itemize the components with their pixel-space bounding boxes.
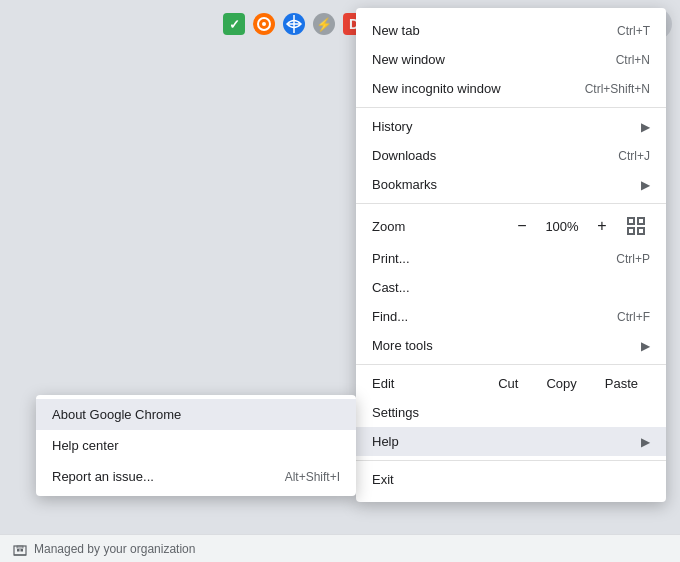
menu-section-new: New tab Ctrl+T New window Ctrl+N New inc… xyxy=(356,12,666,108)
zoom-percent-display: 100% xyxy=(542,219,582,234)
menu-section-history: History ▶ Downloads Ctrl+J Bookmarks ▶ xyxy=(356,108,666,204)
submenu-item-report-issue[interactable]: Report an issue... Alt+Shift+I xyxy=(36,461,356,492)
svg-text:⚡: ⚡ xyxy=(316,16,333,33)
menu-item-history[interactable]: History ▶ xyxy=(356,112,666,141)
menu-item-downloads[interactable]: Downloads Ctrl+J xyxy=(356,141,666,170)
menu-section-zoom: Zoom − 100% + Print... Ctrl+P Ca xyxy=(356,204,666,365)
menu-item-more-tools[interactable]: More tools ▶ xyxy=(356,331,666,360)
menu-section-edit: Edit Cut Copy Paste Settings Help ▶ xyxy=(356,365,666,461)
menu-item-new-window[interactable]: New window Ctrl+N xyxy=(356,45,666,74)
edit-buttons: Cut Copy Paste xyxy=(486,371,650,396)
svg-rect-35 xyxy=(17,549,20,552)
gray-circle-icon[interactable]: ⚡ xyxy=(310,10,338,38)
svg-rect-37 xyxy=(17,546,23,548)
menu-item-print[interactable]: Print... Ctrl+P xyxy=(356,244,666,273)
menu-item-cast[interactable]: Cast... xyxy=(356,273,666,302)
building-icon xyxy=(12,541,28,557)
menu-item-find[interactable]: Find... Ctrl+F xyxy=(356,302,666,331)
copy-button[interactable]: Copy xyxy=(534,371,588,396)
svg-rect-31 xyxy=(638,218,644,224)
menu-item-settings[interactable]: Settings xyxy=(356,398,666,427)
svg-rect-36 xyxy=(21,549,24,552)
orange-circle-icon[interactable] xyxy=(250,10,278,38)
menu-item-bookmarks[interactable]: Bookmarks ▶ xyxy=(356,170,666,199)
main-dropdown-menu: New tab Ctrl+T New window Ctrl+N New inc… xyxy=(356,8,666,502)
svg-rect-30 xyxy=(628,218,634,224)
menu-item-exit[interactable]: Exit xyxy=(356,465,666,494)
blue-globe-icon[interactable] xyxy=(280,10,308,38)
help-submenu: About Google Chrome Help center Report a… xyxy=(36,395,356,496)
paste-button[interactable]: Paste xyxy=(593,371,650,396)
cut-button[interactable]: Cut xyxy=(486,371,530,396)
submenu-item-about[interactable]: About Google Chrome xyxy=(36,399,356,430)
svg-rect-34 xyxy=(14,546,26,555)
zoom-fullscreen-button[interactable] xyxy=(622,212,650,240)
submenu-item-help-center[interactable]: Help center xyxy=(36,430,356,461)
svg-text:✓: ✓ xyxy=(229,17,240,32)
svg-rect-33 xyxy=(638,228,644,234)
zoom-minus-button[interactable]: − xyxy=(508,212,536,240)
edit-row: Edit Cut Copy Paste xyxy=(356,369,666,398)
zoom-controls: − 100% + xyxy=(508,212,650,240)
bottom-bar: Managed by your organization xyxy=(0,534,680,562)
svg-point-4 xyxy=(262,22,266,26)
svg-rect-32 xyxy=(628,228,634,234)
menu-item-new-incognito[interactable]: New incognito window Ctrl+Shift+N xyxy=(356,74,666,103)
managed-by-text: Managed by your organization xyxy=(34,542,195,556)
zoom-row: Zoom − 100% + xyxy=(356,208,666,244)
menu-item-new-tab[interactable]: New tab Ctrl+T xyxy=(356,16,666,45)
zoom-plus-button[interactable]: + xyxy=(588,212,616,240)
green-square-icon[interactable]: ✓ xyxy=(220,10,248,38)
menu-item-help[interactable]: Help ▶ xyxy=(356,427,666,456)
menu-section-exit: Exit xyxy=(356,461,666,498)
